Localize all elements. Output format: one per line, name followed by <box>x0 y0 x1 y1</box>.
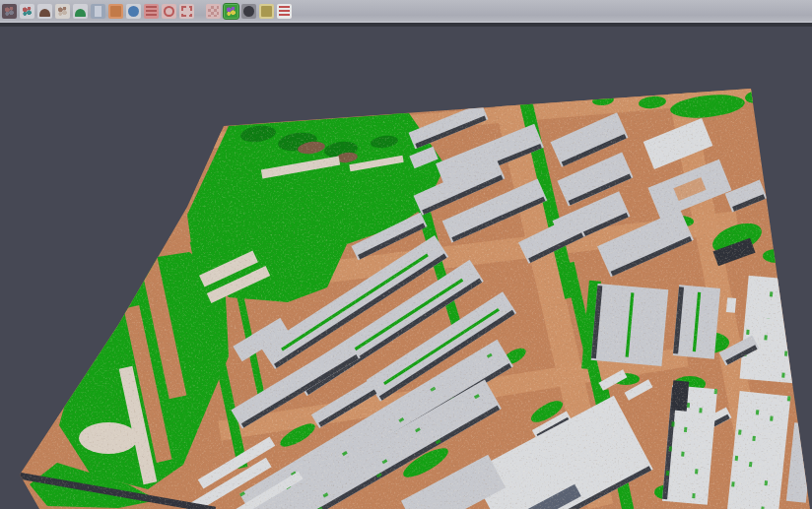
open-project-icon[interactable] <box>2 4 17 19</box>
target-icon[interactable] <box>162 4 176 19</box>
hill-terrain-icon[interactable] <box>73 4 88 19</box>
viewport-3d[interactable] <box>0 0 812 509</box>
toolbar-separator <box>0 23 812 27</box>
camera-icon[interactable] <box>241 4 256 19</box>
globe-icon[interactable] <box>126 4 141 19</box>
point-cloud-icon[interactable] <box>20 4 34 19</box>
app-window <box>0 0 812 509</box>
scene-svg <box>0 0 812 509</box>
grid-checker-icon[interactable] <box>206 4 221 19</box>
raster-icon[interactable] <box>108 4 123 19</box>
toolbar <box>0 0 812 23</box>
tag-icon[interactable] <box>259 4 274 19</box>
classification-colors-icon[interactable] <box>224 4 238 19</box>
profile-icon[interactable] <box>91 4 105 19</box>
extents-icon[interactable] <box>179 4 194 19</box>
measure-icon[interactable] <box>277 4 292 19</box>
list-icon[interactable] <box>144 4 159 19</box>
mountain-icon[interactable] <box>37 4 52 19</box>
marker-icon[interactable] <box>55 4 70 19</box>
